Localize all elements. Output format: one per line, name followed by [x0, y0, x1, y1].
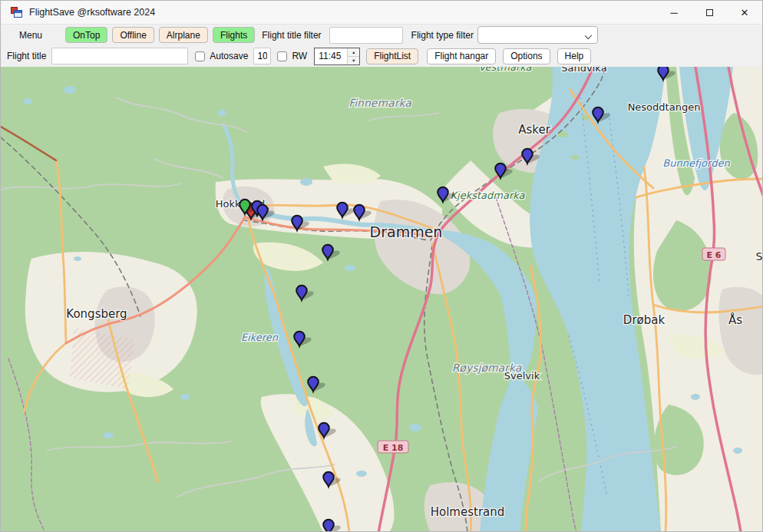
map-label: Røysjømarka [452, 362, 522, 374]
rw-checkbox[interactable] [277, 51, 287, 61]
map-label: Kongsberg [66, 307, 127, 321]
road-shield: E 18 [378, 441, 408, 453]
title-bar: FlightSave @rksoftware 2024 ─ ✕ [1, 1, 762, 24]
chevron-down-icon [585, 32, 592, 39]
flight-hangar-button[interactable]: Flight hangar [427, 48, 496, 64]
map-label: Ski [756, 250, 763, 263]
menu-strip: Menu OnTop Offline Alrplane Flights Flig… [1, 24, 762, 45]
map-label: Drøbak [623, 313, 666, 327]
maximize-button[interactable] [692, 1, 727, 24]
close-button[interactable]: ✕ [727, 1, 762, 24]
map-label: Sandvika [561, 67, 606, 74]
map-label: Kjekstadmarka [451, 190, 526, 201]
close-icon: ✕ [741, 7, 749, 18]
svg-text:E 6: E 6 [707, 250, 722, 260]
map-label: Eikeren [241, 332, 279, 343]
flight-type-filter-select[interactable] [477, 26, 598, 44]
options-button[interactable]: Options [503, 48, 550, 64]
map-label: Bunnefjorden [662, 157, 730, 169]
rw-label: RW [292, 51, 307, 61]
flight-title-filter-input[interactable] [329, 27, 403, 44]
menu-item-menu[interactable]: Menu [15, 28, 47, 43]
help-button[interactable]: Help [557, 48, 592, 64]
ontop-button[interactable]: OnTop [65, 27, 107, 43]
flightlist-button[interactable]: FlightList [366, 48, 418, 64]
flight-title-label: Flight title [7, 51, 46, 61]
time-value: 11:45 [315, 48, 347, 64]
airplane-button[interactable]: Alrplane [159, 27, 208, 43]
road-shield: E 6 [702, 248, 725, 260]
map-label: Ås [728, 312, 742, 327]
autosave-label: Autosave [210, 51, 248, 61]
spin-down-button[interactable]: ▼ [348, 56, 359, 64]
flights-button[interactable]: Flights [213, 27, 255, 43]
map-label: Asker [518, 123, 550, 137]
app-icon [11, 6, 23, 18]
toolbar: Flight title Autosave RW 11:45 ▲ ▼ Fligh… [1, 45, 762, 67]
flight-title-filter-label: Flight title filter [262, 30, 321, 41]
map-label: Finnemarka [348, 97, 411, 109]
flight-title-input[interactable] [51, 48, 188, 64]
map-label: Vestmarka [479, 67, 533, 73]
map[interactable]: HokksundDrammenKongsbergAskerSandvikaNes… [1, 67, 763, 532]
flight-type-filter-label: Flight type filter [411, 30, 474, 41]
map-label: Drammen [370, 223, 443, 240]
autosave-interval-input[interactable] [253, 48, 271, 64]
autosave-checkbox[interactable] [195, 51, 205, 61]
offline-button[interactable]: Offline [112, 27, 154, 43]
spin-up-button[interactable]: ▲ [348, 48, 359, 56]
map-label: Holmestrand [431, 505, 505, 519]
map-canvas: HokksundDrammenKongsbergAskerSandvikaNes… [1, 67, 763, 532]
maximize-icon [706, 9, 713, 16]
minimize-icon: ─ [670, 7, 677, 18]
flightsave-window: { "window": { "title": "FlightSave @rkso… [0, 0, 763, 532]
window-title: FlightSave @rksoftware 2024 [29, 7, 155, 18]
time-spinner[interactable]: 11:45 ▲ ▼ [314, 48, 360, 65]
minimize-button[interactable]: ─ [656, 1, 692, 24]
svg-text:E 18: E 18 [383, 443, 404, 453]
map-label: Nesoddtangen [628, 101, 701, 113]
